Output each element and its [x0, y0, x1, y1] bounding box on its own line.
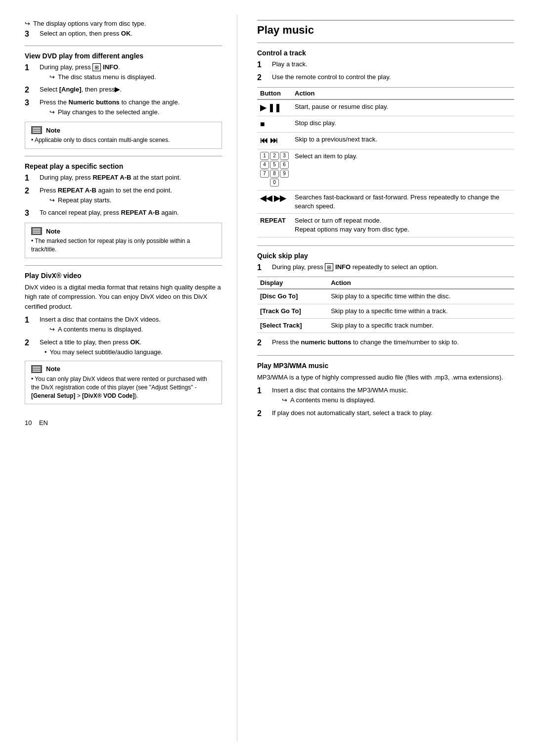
step-num: 2 [257, 73, 270, 83]
action-cell: Select or turn off repeat mode.Repeat op… [292, 214, 514, 237]
step-num: 1 [257, 60, 270, 70]
note-label: Note [46, 127, 60, 134]
control-track-steps: 1 Play a track. 2 Use the remote control… [257, 60, 514, 83]
bullet-note: • You may select subtitle/audio language… [44, 348, 222, 357]
display-cell: [Select Track] [257, 318, 328, 332]
divx-steps: 1 Insert a disc that contains the DivX v… [25, 315, 222, 357]
step-text: Select an option, then press [40, 30, 119, 37]
step-content: During play, press ⊞ INFO repeatedly to … [272, 263, 514, 272]
action-cell: Skip play to a specific time within the … [328, 289, 514, 304]
action-cell: Searches fast-backward or fast-forward. … [292, 190, 514, 213]
bullet: • [31, 137, 35, 143]
button-cell: ■ [257, 116, 292, 132]
mp3-step-1: 1 Insert a disc that contains the MP3/WM… [257, 386, 514, 406]
repeat-ab-bold: REPEAT A-B [121, 209, 160, 216]
section-quick-skip: Quick skip play 1 During play, press ⊞ I… [257, 252, 514, 348]
info-symbol: ⊞ [92, 63, 101, 71]
quick-skip-step2: 2 Press the numeric buttons to change th… [257, 338, 514, 348]
col-button: Button [257, 87, 292, 99]
step-content: To cancel repeat play, press REPEAT A-B … [40, 208, 222, 217]
divx-note-box: Note • You can only play DivX videos tha… [25, 361, 222, 404]
quick-skip-steps: 1 During play, press ⊞ INFO repeatedly t… [257, 263, 514, 273]
step-content: Select an option, then press OK. [40, 29, 222, 38]
repeat-ab-bold: REPEAT A-B [92, 174, 131, 181]
quick-skip-step-2: 2 Press the numeric buttons to change th… [257, 338, 514, 348]
dvd-step-1: 1 During play, press ⊞ INFO. ↪ The disc … [25, 63, 222, 83]
note-text: Applicable only to discs contain multi-a… [35, 137, 170, 143]
bullet-text: You may select subtitle/audio language. [50, 348, 163, 357]
divider [257, 245, 514, 246]
table-row: ⏮ ⏭ Skip to a previous/next track. [257, 133, 514, 149]
note-header: Note [31, 126, 216, 134]
note-header: Note [31, 365, 216, 373]
step-content: Press the numeric buttons to change the … [272, 338, 514, 347]
button-cell: ▶ ❚❚ [257, 99, 292, 116]
mp3-section-title: Play MP3/WMA music [257, 362, 514, 370]
angle-bold: [Angle] [59, 86, 82, 93]
mp3-step-2: 2 If play does not automatically start, … [257, 409, 514, 419]
section-divx: Play DivX® video DivX video is a digital… [25, 272, 222, 405]
arrow-note: ↪ Play changes to the selected angle. [49, 108, 222, 117]
step-content: Use the remote control to control the pl… [272, 73, 514, 82]
note-icon [31, 227, 42, 235]
step-text: During play, press ⊞ INFO. [40, 63, 120, 71]
table-row: ▶ ❚❚ Start, pause or resume disc play. [257, 99, 514, 116]
page-lang: EN [39, 419, 48, 426]
repeat-steps: 1 During play, press REPEAT A-B at the s… [25, 173, 222, 219]
ok-bold: OK [130, 338, 140, 346]
dvd-note-box: Note • Applicable only to discs contain … [25, 122, 222, 149]
col-action: Action [292, 87, 514, 99]
left-column: ↪ The display options vary from disc typ… [0, 15, 237, 741]
step-num: 2 [25, 85, 38, 95]
repeat-ab-bold: REPEAT A-B [58, 187, 96, 194]
control-step-2: 2 Use the remote control to control the … [257, 73, 514, 83]
mp3-steps: 1 Insert a disc that contains the MP3/WM… [257, 386, 514, 419]
repeat-step-2: 2 Press REPEAT A-B again to set the end … [25, 186, 222, 206]
divx-step-2: 2 Select a title to play, then press OK.… [25, 338, 222, 357]
step-content: Play a track. [272, 60, 514, 69]
table-row: [Select Track] Skip play to a specific t… [257, 318, 514, 332]
quick-skip-step-1: 1 During play, press ⊞ INFO repeatedly t… [257, 263, 514, 273]
step-content: Select [Angle], then press▶. [40, 85, 222, 94]
dvd-section-title: View DVD play from different angles [25, 52, 222, 60]
control-table: Button Action ▶ ❚❚ Start, pause or resum… [257, 87, 514, 237]
top-bullet-text: The display options vary from disc type. [33, 20, 146, 27]
step-num: 2 [257, 338, 270, 348]
section-mp3: Play MP3/WMA music MP3/WMA is a type of … [257, 362, 514, 419]
arrow-text: A contents menu is displayed. [58, 325, 143, 334]
dvd-step-3: 3 Press the Numeric buttons to change th… [25, 98, 222, 118]
action-cell: Skip to a previous/next track. [292, 133, 514, 149]
divider [25, 265, 222, 266]
mp3-intro: MP3/WMA is a type of highly compressed a… [257, 373, 514, 382]
general-setup-bold: [General Setup] [31, 392, 75, 399]
arrow-text: Repeat play starts. [58, 196, 111, 205]
divider [257, 355, 514, 356]
arrow-note: ↪ A contents menu is displayed. [282, 396, 514, 405]
table-row: [Track Go To] Skip play to a specific ti… [257, 304, 514, 318]
bullet: • [31, 376, 35, 382]
action-cell: Start, pause or resume disc play. [292, 99, 514, 116]
step-num: 2 [257, 409, 270, 419]
numeric-bold: Numeric buttons [69, 98, 120, 106]
divx-step-1: 1 Insert a disc that contains the DivX v… [25, 315, 222, 335]
divider [25, 156, 222, 156]
divx-vod-bold: [DivX® VOD Code] [82, 392, 134, 399]
step-num: 2 [25, 186, 38, 196]
step-content: Insert a disc that contains the MP3/WMA … [272, 386, 514, 406]
display-cell: [Disc Go To] [257, 289, 328, 304]
info-bold: INFO [335, 263, 351, 271]
table-header-row: Button Action [257, 87, 514, 99]
period: . [131, 30, 133, 37]
top-bullet-item: ↪ The display options vary from disc typ… [25, 20, 222, 27]
step-content: Press REPEAT A-B again to set the end po… [40, 186, 222, 206]
step-content: Select a title to play, then press OK. •… [40, 338, 222, 357]
step-content: Insert a disc that contains the DivX vid… [40, 315, 222, 335]
page-footer: 10 EN [25, 419, 222, 426]
dvd-steps: 1 During play, press ⊞ INFO. ↪ The disc … [25, 63, 222, 118]
note-header: Note [31, 227, 216, 235]
numeric-buttons-graphic: 1 2 3 4 5 6 7 [260, 152, 289, 188]
arrow-note: ↪ The disc status menu is displayed. [49, 73, 222, 82]
section-repeat-play: Repeat play a specific section 1 During … [25, 162, 222, 258]
step-num: 1 [25, 315, 38, 326]
step-number: 3 [25, 29, 38, 40]
